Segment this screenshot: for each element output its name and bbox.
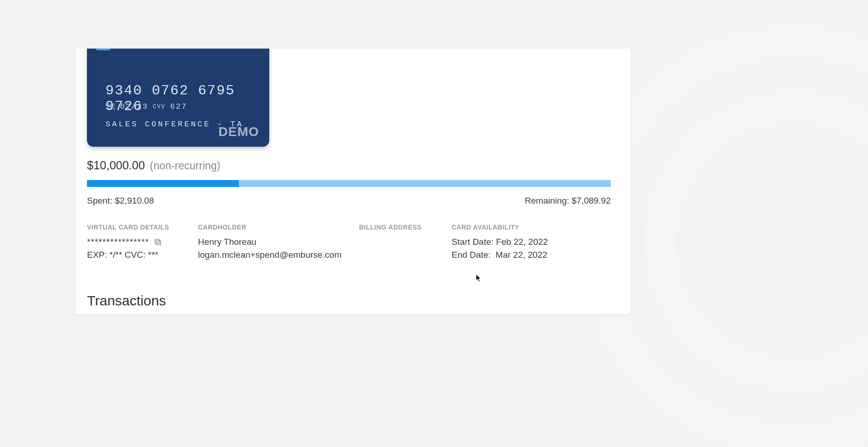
budget-amount-row: $10,000.00 (non-recurring)	[87, 159, 220, 172]
virtual-card-details-section: VIRTUAL CARD DETAILS **************** EX…	[87, 224, 198, 261]
billing-address-section: BILLING ADDRESS	[359, 224, 452, 261]
remaining-label-value: Remaining: $7,089.92	[525, 196, 611, 206]
spent-label-value: Spent: $2,910.08	[87, 196, 154, 206]
remaining-label: Remaining:	[525, 196, 569, 205]
virtual-card-graphic: 9340 0762 6795 9726 GOODTHRU 02/23 CVV 6…	[87, 49, 269, 147]
svg-rect-2	[156, 241, 161, 245]
masked-exp-cvc: EXP: */** CVC: ***	[87, 248, 198, 261]
end-date-label: End Date:	[452, 250, 491, 260]
budget-amount: $10,000.00	[87, 159, 145, 172]
budget-progress-bar	[87, 180, 611, 187]
card-exp-cvv-row: GOODTHRU 02/23 CVV 627	[105, 102, 187, 111]
cardholder-email: logan.mclean+spend@emburse.com	[198, 248, 359, 261]
svg-point-1	[660, 106, 868, 375]
card-detail-panel: 9340 0762 6795 9726 GOODTHRU 02/23 CVV 6…	[76, 49, 630, 314]
budget-recurrence: (non-recurring)	[150, 160, 220, 172]
spent-label: Spent:	[87, 196, 112, 205]
svg-rect-3	[155, 239, 159, 243]
remaining-value: $7,089.92	[571, 196, 611, 205]
copy-icon[interactable]	[154, 238, 162, 246]
svg-point-0	[595, 42, 868, 440]
start-date-label: Start Date:	[452, 237, 494, 247]
transactions-heading: Transactions	[87, 293, 166, 309]
spent-value: $2,910.08	[115, 196, 154, 205]
end-date-value: Mar 22, 2022	[496, 250, 547, 260]
card-exp: 02/23	[120, 102, 148, 111]
virtual-card-details-heading: VIRTUAL CARD DETAILS	[87, 224, 198, 231]
billing-address-heading: BILLING ADDRESS	[359, 224, 452, 231]
budget-progress-fill	[87, 180, 239, 187]
demo-watermark: DEMO	[218, 124, 259, 139]
card-cvv: 627	[170, 102, 187, 111]
card-cvv-label: CVV	[153, 104, 166, 110]
card-availability-section: CARD AVAILABILITY Start Date: Feb 22, 20…	[452, 224, 611, 261]
card-chip-icon	[96, 49, 110, 50]
card-availability-heading: CARD AVAILABILITY	[452, 224, 611, 231]
masked-card-number: ****************	[87, 236, 149, 248]
cardholder-name: Henry Thoreau	[198, 236, 359, 248]
good-thru-label: GOODTHRU	[105, 103, 115, 111]
cardholder-section: CARDHOLDER Henry Thoreau logan.mclean+sp…	[198, 224, 359, 261]
start-date-value: Feb 22, 2022	[496, 237, 548, 247]
cardholder-heading: CARDHOLDER	[198, 224, 359, 231]
